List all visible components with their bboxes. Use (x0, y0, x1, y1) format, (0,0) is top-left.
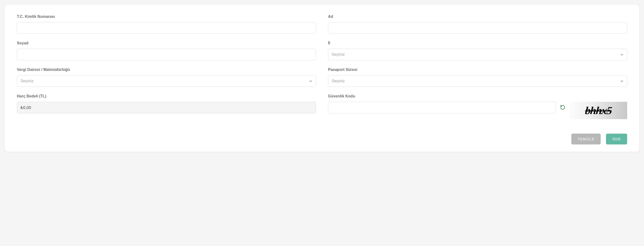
select-pasaport-suresi-placeholder: Seçiniz (332, 79, 345, 83)
label-ad: Ad (328, 15, 627, 19)
label-vergi-dairesi: Vergi Dairesi / Malmüdürlüğü (17, 68, 316, 72)
captcha-image: bhhx5 (570, 102, 627, 119)
input-tc-kimlik[interactable] (17, 22, 316, 34)
refresh-icon (560, 105, 565, 111)
pay-button[interactable]: ÖDE (606, 134, 627, 145)
input-soyad[interactable] (17, 49, 316, 60)
label-guvenlik-kodu: Güvenlik Kodu (328, 94, 627, 98)
input-ad[interactable] (328, 22, 627, 34)
captcha-text: bhhx5 (584, 104, 612, 117)
select-pasaport-suresi[interactable]: Seçiniz (328, 75, 627, 87)
input-guvenlik-kodu[interactable] (328, 102, 556, 113)
clear-button[interactable]: TEMİZLE (571, 134, 601, 145)
select-vergi-dairesi-placeholder: Seçiniz (20, 79, 34, 83)
label-pasaport-suresi: Pasaport Süresi (328, 68, 627, 72)
field-vergi-dairesi: Vergi Dairesi / Malmüdürlüğü Seçiniz (17, 68, 316, 87)
field-harc-bedeli: Harç Bedeli (TL) ₺0,00 (17, 94, 316, 119)
select-il-placeholder: Seçiniz (332, 52, 345, 57)
select-vergi-dairesi[interactable]: Seçiniz (17, 75, 316, 87)
label-il: İl (328, 41, 627, 45)
captcha-refresh-button[interactable] (559, 102, 566, 113)
label-harc-bedeli: Harç Bedeli (TL) (17, 94, 316, 98)
label-soyad: Soyad (17, 41, 316, 45)
field-pasaport-suresi: Pasaport Süresi Seçiniz (328, 68, 627, 87)
field-soyad: Soyad (17, 41, 316, 60)
label-tc-kimlik: T.C. Kimlik Numarası (17, 15, 316, 19)
field-tc-kimlik: T.C. Kimlik Numarası (17, 15, 316, 34)
button-row: TEMİZLE ÖDE (17, 134, 627, 145)
form-grid: T.C. Kimlik Numarası Ad Soyad İl Seçiniz (17, 15, 627, 119)
field-ad: Ad (328, 15, 627, 34)
readonly-harc-bedeli: ₺0,00 (17, 102, 316, 113)
form-card: T.C. Kimlik Numarası Ad Soyad İl Seçiniz (5, 5, 639, 152)
field-guvenlik-kodu: Güvenlik Kodu bhhx5 (328, 94, 627, 119)
select-il[interactable]: Seçiniz (328, 49, 627, 60)
field-il: İl Seçiniz (328, 41, 627, 60)
value-harc-bedeli: ₺0,00 (20, 105, 31, 110)
